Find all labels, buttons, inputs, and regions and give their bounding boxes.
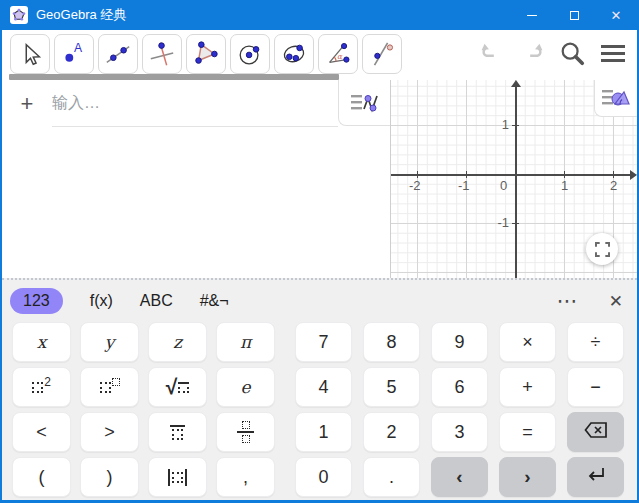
keyboard-tab-fx[interactable]: f(x) bbox=[90, 288, 113, 314]
x-tick-mark bbox=[417, 171, 418, 178]
fullscreen-button[interactable] bbox=[586, 233, 618, 265]
key-0[interactable]: 0 bbox=[295, 457, 352, 497]
key-4[interactable]: 4 bbox=[295, 367, 352, 407]
keyboard-tab-abc[interactable]: ABC bbox=[140, 288, 173, 314]
key-enter[interactable] bbox=[567, 457, 624, 497]
line-icon bbox=[104, 40, 132, 68]
minimize-icon[interactable] bbox=[511, 0, 553, 30]
redo-icon[interactable] bbox=[519, 42, 545, 68]
y-tick-mark bbox=[512, 223, 519, 224]
tool-point-button[interactable]: A bbox=[54, 34, 94, 74]
close-icon[interactable]: ✕ bbox=[595, 0, 637, 30]
algebra-stylebar-icon bbox=[350, 90, 380, 116]
y-axis-arrow bbox=[511, 80, 521, 87]
key-paren-open[interactable]: ( bbox=[12, 457, 71, 497]
key-pi[interactable]: π bbox=[216, 322, 275, 362]
perpendicular-line-icon bbox=[148, 40, 176, 68]
key-1[interactable]: 1 bbox=[295, 412, 352, 452]
key-9[interactable]: 9 bbox=[431, 322, 488, 362]
app-logo-icon bbox=[10, 6, 28, 24]
reflection-icon bbox=[368, 40, 396, 68]
add-expression-button[interactable]: + bbox=[2, 91, 52, 117]
keyboard-left-pad: xyzπ2√e<>(), bbox=[12, 322, 275, 497]
cursor-arrow-icon bbox=[26, 45, 39, 65]
keyboard-tabs: 123f(x)ABC#&¬ bbox=[10, 288, 229, 314]
tool-move-button[interactable] bbox=[10, 34, 50, 74]
graphics-view[interactable]: -2-10121-1 bbox=[391, 80, 637, 278]
y-tick-label: -1 bbox=[497, 215, 509, 230]
titlebar: GeoGebra 经典 ✕ bbox=[2, 0, 637, 30]
key-paren-close[interactable]: ) bbox=[80, 457, 139, 497]
point-icon: A bbox=[60, 40, 88, 68]
key-sqrt[interactable]: √ bbox=[148, 367, 207, 407]
tool-reflection-button[interactable] bbox=[362, 34, 402, 74]
key-greater-than[interactable]: > bbox=[80, 412, 139, 452]
keyboard-tab-[interactable]: #&¬ bbox=[200, 288, 229, 314]
key-comma[interactable]: , bbox=[216, 457, 275, 497]
key-multiply[interactable]: × bbox=[499, 322, 556, 362]
x-tick-label: -1 bbox=[458, 178, 470, 193]
keyboard-more-icon[interactable]: ⋯ bbox=[557, 296, 579, 306]
algebra-input[interactable] bbox=[52, 94, 338, 112]
virtual-keyboard: 123f(x)ABC#&¬ ⋯ ✕ xyzπ2√e<>(), 789×÷456+… bbox=[2, 278, 637, 503]
key-e[interactable]: e bbox=[216, 367, 275, 407]
key-3[interactable]: 3 bbox=[431, 412, 488, 452]
key-recurring-decimal[interactable] bbox=[148, 412, 207, 452]
circle-icon bbox=[236, 40, 264, 68]
key-cursor-right[interactable]: › bbox=[499, 457, 556, 497]
key-decimal-point[interactable]: . bbox=[363, 457, 420, 497]
key-2[interactable]: 2 bbox=[363, 412, 420, 452]
x-tick-mark bbox=[564, 171, 565, 178]
key-minus[interactable]: − bbox=[567, 367, 624, 407]
key-6[interactable]: 6 bbox=[431, 367, 488, 407]
undo-icon[interactable] bbox=[479, 42, 505, 68]
window-title: GeoGebra 经典 bbox=[36, 6, 511, 24]
y-tick-mark bbox=[512, 125, 519, 126]
svg-text:A: A bbox=[74, 41, 83, 55]
search-icon[interactable] bbox=[559, 40, 585, 70]
y-axis bbox=[515, 85, 517, 278]
keyboard-tab-123[interactable]: 123 bbox=[10, 288, 63, 314]
geogebra-window: GeoGebra 经典 ✕ A bbox=[0, 0, 639, 503]
tool-circle-center-point-button[interactable] bbox=[230, 34, 270, 74]
key-cursor-left[interactable]: ‹ bbox=[431, 457, 488, 497]
key-y[interactable]: y bbox=[80, 322, 139, 362]
key-less-than[interactable]: < bbox=[12, 412, 71, 452]
graphics-stylebar-icon bbox=[601, 85, 631, 111]
key-fraction[interactable] bbox=[216, 412, 275, 452]
key-divide[interactable]: ÷ bbox=[567, 322, 624, 362]
maximize-icon[interactable] bbox=[553, 0, 595, 30]
keyboard-close-icon[interactable]: ✕ bbox=[609, 291, 623, 312]
algebra-stylebar-button[interactable] bbox=[338, 80, 390, 126]
tool-buttons: A α bbox=[10, 34, 402, 74]
key-square[interactable]: 2 bbox=[12, 367, 71, 407]
key-7[interactable]: 7 bbox=[295, 322, 352, 362]
x-tick-label: 2 bbox=[610, 178, 617, 193]
conic-icon bbox=[280, 40, 308, 68]
svg-text:α: α bbox=[337, 52, 343, 61]
x-tick-label: 0 bbox=[500, 178, 507, 193]
key-backspace[interactable] bbox=[567, 412, 624, 452]
fullscreen-icon bbox=[595, 242, 610, 257]
tool-angle-button[interactable]: α bbox=[318, 34, 358, 74]
key-z[interactable]: z bbox=[148, 322, 207, 362]
key-power[interactable] bbox=[80, 367, 139, 407]
tool-perpendicular-line-button[interactable] bbox=[142, 34, 182, 74]
y-tick-label: 1 bbox=[502, 117, 509, 132]
key-equals[interactable]: = bbox=[499, 412, 556, 452]
key-plus[interactable]: + bbox=[499, 367, 556, 407]
graphics-stylebar-button[interactable] bbox=[594, 80, 637, 117]
key-5[interactable]: 5 bbox=[363, 367, 420, 407]
tool-polygon-button[interactable] bbox=[186, 34, 226, 74]
tool-line-button[interactable] bbox=[98, 34, 138, 74]
key-abs[interactable] bbox=[148, 457, 207, 497]
menu-icon[interactable] bbox=[599, 41, 627, 69]
algebra-view: + bbox=[2, 80, 391, 278]
keyboard-right-pad: 789×÷456+−123=0.‹› bbox=[295, 322, 624, 497]
key-x[interactable]: x bbox=[12, 322, 71, 362]
x-tick-label: -2 bbox=[409, 178, 421, 193]
x-tick-mark bbox=[613, 171, 614, 178]
key-8[interactable]: 8 bbox=[363, 322, 420, 362]
tool-conic-through-points-button[interactable] bbox=[274, 34, 314, 74]
x-axis-arrow bbox=[630, 170, 637, 180]
